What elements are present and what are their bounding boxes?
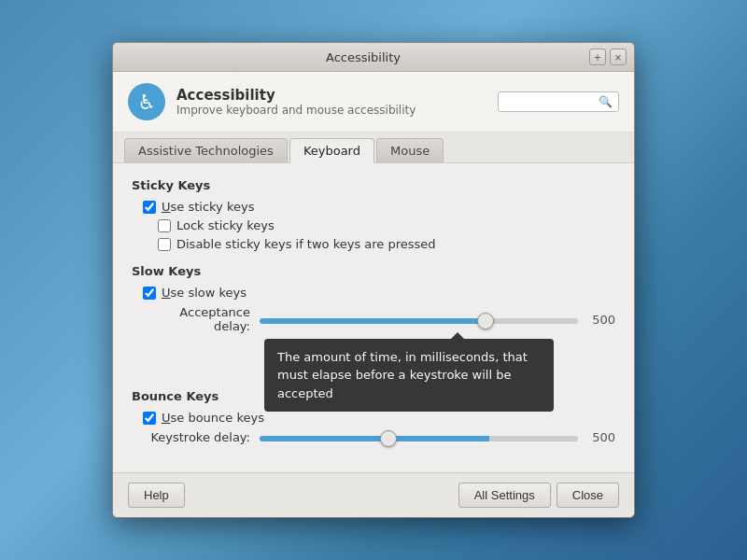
disable-sticky-keys-label[interactable]: Disable sticky keys if two keys are pres… xyxy=(176,237,436,251)
lock-sticky-keys-label[interactable]: Lock sticky keys xyxy=(176,218,275,232)
titlebar-buttons: + × xyxy=(589,49,627,65)
disable-sticky-keys-row: Disable sticky keys if two keys are pres… xyxy=(158,237,615,251)
disable-sticky-keys-checkbox[interactable] xyxy=(158,238,171,251)
acceptance-delay-value: 500 xyxy=(587,313,615,327)
use-bounce-keys-checkbox[interactable] xyxy=(143,412,156,425)
keystroke-delay-slider[interactable] xyxy=(260,436,578,441)
lock-sticky-keys-row: Lock sticky keys xyxy=(158,218,615,232)
footer: Help All Settings Close xyxy=(113,472,634,517)
acceptance-delay-tooltip: The amount of time, in milliseconds, tha… xyxy=(264,339,554,413)
tab-keyboard[interactable]: Keyboard xyxy=(289,138,374,163)
header-text: Accessibility Improve keyboard and mouse… xyxy=(176,87,416,117)
search-input[interactable] xyxy=(504,95,595,108)
app-title: Accessibility xyxy=(176,87,416,104)
use-slow-keys-label[interactable]: Use slow keys xyxy=(162,286,247,300)
header-left: ♿ Accessibility Improve keyboard and mou… xyxy=(128,83,416,120)
slow-keys-header: Slow Keys xyxy=(132,264,615,278)
all-settings-button[interactable]: All Settings xyxy=(458,483,551,508)
tabs-area: Assistive Technologies Keyboard Mouse xyxy=(113,133,634,163)
minimize-button[interactable]: + xyxy=(589,49,606,65)
tab-assistive-technologies[interactable]: Assistive Technologies xyxy=(124,138,288,162)
use-slow-keys-row: Use slow keys xyxy=(143,286,615,300)
main-window: Accessibility + × ♿ Accessibility Improv… xyxy=(112,42,635,518)
acceptance-delay-row: Acceptance delay: The amount of time, in… xyxy=(143,305,615,333)
acceptance-delay-slider-container: The amount of time, in milliseconds, tha… xyxy=(260,313,578,327)
app-subtitle: Improve keyboard and mouse accessibility xyxy=(176,104,416,117)
footer-right: All Settings Close xyxy=(458,483,619,508)
sticky-keys-header: Sticky Keys xyxy=(132,178,615,192)
content-area: Sticky Keys Use sticky keys Lock sticky … xyxy=(113,163,634,472)
use-bounce-keys-row: Use bounce keys xyxy=(143,411,615,425)
slow-keys-section: Slow Keys Use slow keys Acceptance delay… xyxy=(132,264,615,333)
accessibility-icon: ♿ xyxy=(128,83,165,120)
use-slow-keys-checkbox[interactable] xyxy=(143,287,156,300)
tab-mouse[interactable]: Mouse xyxy=(376,138,444,162)
use-sticky-keys-label[interactable]: Use sticky keys xyxy=(162,200,254,214)
help-button[interactable]: Help xyxy=(128,483,185,508)
close-button[interactable]: × xyxy=(610,49,627,65)
search-box[interactable]: 🔍 xyxy=(498,91,619,112)
acceptance-delay-slider[interactable] xyxy=(260,318,578,324)
keystroke-delay-label: Keystroke delay: xyxy=(143,430,250,444)
search-icon: 🔍 xyxy=(599,95,613,108)
use-sticky-keys-checkbox[interactable] xyxy=(143,201,156,214)
lock-sticky-keys-checkbox[interactable] xyxy=(158,219,171,232)
use-bounce-keys-label[interactable]: Use bounce keys xyxy=(162,411,264,425)
window-title: Accessibility xyxy=(137,50,589,64)
keystroke-delay-row: Keystroke delay: 500 xyxy=(143,430,615,444)
keystroke-delay-slider-container xyxy=(260,430,578,444)
use-sticky-keys-row: Use sticky keys xyxy=(143,200,615,214)
titlebar: Accessibility + × xyxy=(113,43,634,72)
header: ♿ Accessibility Improve keyboard and mou… xyxy=(113,72,634,133)
close-dialog-button[interactable]: Close xyxy=(557,483,619,508)
sticky-keys-section: Sticky Keys Use sticky keys Lock sticky … xyxy=(132,178,615,251)
acceptance-delay-label: Acceptance delay: xyxy=(143,305,250,333)
keystroke-delay-value: 500 xyxy=(587,430,615,444)
